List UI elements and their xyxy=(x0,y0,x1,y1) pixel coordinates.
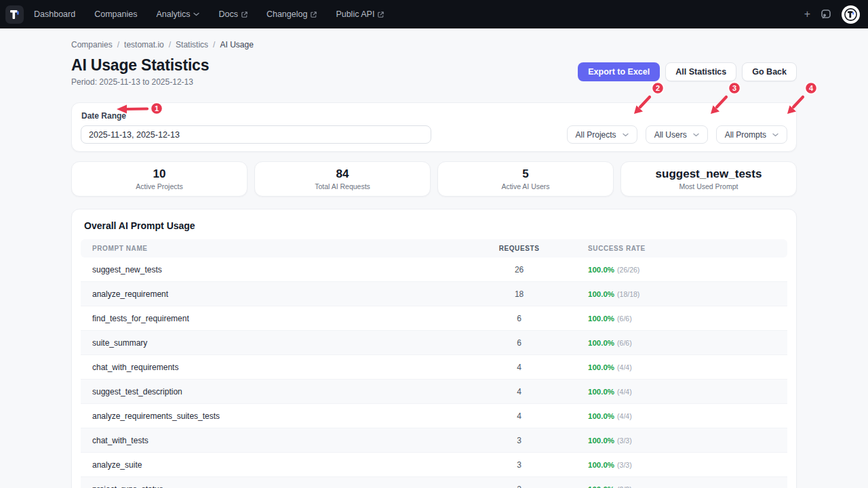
breadcrumb-separator: / xyxy=(169,40,171,49)
main-content: Companies / testomat.io / Statistics / A… xyxy=(71,40,797,488)
breadcrumb-companies[interactable]: Companies xyxy=(71,40,113,49)
all-projects-dropdown-value: All Projects xyxy=(576,130,616,140)
success-rate-ratio: (3/3) xyxy=(617,436,632,445)
all-users-dropdown[interactable]: All Users xyxy=(646,125,708,144)
whats-new-icon[interactable] xyxy=(821,9,831,20)
success-rate-cell: 100.0%(3/3) xyxy=(553,436,787,445)
stat-card-active-users: 5 Active AI Users xyxy=(437,161,614,197)
user-avatar[interactable] xyxy=(842,5,860,24)
table-row: chat_with_requirements4100.0%(4/4) xyxy=(81,355,787,380)
header-buttons: Export to Excel All Statistics Go Back xyxy=(578,62,797,81)
success-rate-percent: 100.0% xyxy=(588,412,614,420)
period-subtitle: Period: 2025-11-13 to 2025-12-13 xyxy=(71,77,209,87)
stat-label: Total AI Requests xyxy=(315,182,370,190)
page-title: AI Usage Statistics xyxy=(71,56,209,75)
stat-value: 5 xyxy=(522,167,528,181)
date-range-label: Date Range xyxy=(81,111,431,121)
col-requests: REQUESTS xyxy=(486,245,553,252)
prompt-name-cell: suggest_test_description xyxy=(81,387,486,396)
all-projects-dropdown[interactable]: All Projects xyxy=(567,125,637,144)
all-prompts-dropdown[interactable]: All Prompts xyxy=(716,125,787,144)
success-rate-ratio: (18/18) xyxy=(617,290,639,298)
date-range-group: Date Range xyxy=(81,110,431,144)
external-link-icon xyxy=(311,12,317,18)
all-users-dropdown-value: All Users xyxy=(654,130,687,140)
stat-value: 84 xyxy=(336,167,349,181)
requests-cell: 6 xyxy=(486,338,553,348)
go-back-button[interactable]: Go Back xyxy=(742,62,797,81)
requests-cell: 3 xyxy=(486,436,553,445)
success-rate-cell: 100.0%(4/4) xyxy=(553,363,787,372)
date-range-input[interactable] xyxy=(81,125,431,144)
prompt-usage-title: Overall AI Prompt Usage xyxy=(84,220,787,231)
success-rate-percent: 100.0% xyxy=(588,290,614,298)
filter-dropdowns: All Projects All Users All Prompts xyxy=(567,125,787,144)
requests-cell: 3 xyxy=(486,460,553,470)
table-row: chat_with_tests3100.0%(3/3) xyxy=(81,428,787,453)
success-rate-percent: 100.0% xyxy=(588,388,614,396)
nav-companies-label: Companies xyxy=(94,9,137,19)
all-statistics-button[interactable]: All Statistics xyxy=(665,62,736,81)
success-rate-percent: 100.0% xyxy=(588,339,614,347)
breadcrumb-statistics[interactable]: Statistics xyxy=(176,40,208,49)
top-navbar: Dashboard Companies Analytics Docs Chang… xyxy=(0,0,868,28)
stat-value: suggest_new_tests xyxy=(656,167,762,181)
col-prompt-name: PROMPT NAME xyxy=(81,245,486,252)
testomat-logo-icon xyxy=(9,9,20,20)
nav-analytics[interactable]: Analytics xyxy=(156,9,199,19)
success-rate-cell: 100.0%(2/2) xyxy=(553,485,787,488)
success-rate-percent: 100.0% xyxy=(588,363,614,371)
success-rate-ratio: (3/3) xyxy=(617,461,632,469)
success-rate-ratio: (6/6) xyxy=(617,339,632,347)
prompt-name-cell: project_runs_status xyxy=(81,485,486,488)
table-row: analyze_requirements_suites_tests4100.0%… xyxy=(81,404,787,428)
add-icon[interactable]: + xyxy=(804,9,810,20)
nav-right-actions: + xyxy=(804,5,860,24)
prompt-name-cell: suggest_new_tests xyxy=(81,265,486,274)
success-rate-percent: 100.0% xyxy=(588,436,614,445)
breadcrumb: Companies / testomat.io / Statistics / A… xyxy=(71,40,797,49)
chevron-down-icon xyxy=(693,133,699,137)
primary-nav: Dashboard Companies Analytics Docs Chang… xyxy=(34,9,384,19)
svg-text:4: 4 xyxy=(809,84,814,92)
stat-value: 10 xyxy=(153,167,166,181)
nav-public-api[interactable]: Public API xyxy=(336,9,384,19)
filters-card: Date Range All Projects All Users All Pr… xyxy=(71,102,797,152)
requests-cell: 2 xyxy=(486,485,553,488)
prompt-name-cell: analyze_requirements_suites_tests xyxy=(81,411,486,421)
table-row: suite_summary6100.0%(6/6) xyxy=(81,331,787,355)
export-to-excel-button[interactable]: Export to Excel xyxy=(578,62,660,81)
stat-card-most-used-prompt: suggest_new_tests Most Used Prompt xyxy=(620,161,797,197)
breadcrumb-separator: / xyxy=(213,40,215,49)
prompt-name-cell: suite_summary xyxy=(81,338,486,348)
prompt-name-cell: find_tests_for_requirement xyxy=(81,314,486,323)
nav-docs[interactable]: Docs xyxy=(218,9,247,19)
prompt-name-cell: chat_with_tests xyxy=(81,436,486,445)
nav-dashboard[interactable]: Dashboard xyxy=(34,9,75,19)
success-rate-ratio: (4/4) xyxy=(617,412,632,420)
success-rate-cell: 100.0%(6/6) xyxy=(553,314,787,323)
prompt-name-cell: analyze_requirement xyxy=(81,289,486,299)
external-link-icon xyxy=(378,12,384,18)
requests-cell: 18 xyxy=(486,289,553,299)
nav-companies[interactable]: Companies xyxy=(94,9,137,19)
page-header: AI Usage Statistics Period: 2025-11-13 t… xyxy=(71,56,797,87)
table-row: suggest_test_description4100.0%(4/4) xyxy=(81,380,787,404)
breadcrumb-testomat[interactable]: testomat.io xyxy=(124,40,164,49)
success-rate-cell: 100.0%(4/4) xyxy=(553,411,787,421)
nav-dashboard-label: Dashboard xyxy=(34,9,75,19)
success-rate-ratio: (4/4) xyxy=(617,363,632,371)
success-rate-percent: 100.0% xyxy=(588,485,614,488)
stat-card-active-projects: 10 Active Projects xyxy=(71,161,248,197)
requests-cell: 4 xyxy=(486,363,553,372)
nav-changelog-label: Changelog xyxy=(267,9,307,19)
requests-cell: 4 xyxy=(486,387,553,396)
success-rate-cell: 100.0%(26/26) xyxy=(553,265,787,274)
stat-card-total-requests: 84 Total AI Requests xyxy=(254,161,431,197)
testomat-logo[interactable] xyxy=(5,5,24,24)
table-row: suggest_new_tests26100.0%(26/26) xyxy=(81,258,787,282)
stat-label: Active Projects xyxy=(136,182,182,190)
table-row: analyze_requirement18100.0%(18/18) xyxy=(81,282,787,306)
success-rate-cell: 100.0%(4/4) xyxy=(553,387,787,396)
nav-changelog[interactable]: Changelog xyxy=(267,9,317,19)
